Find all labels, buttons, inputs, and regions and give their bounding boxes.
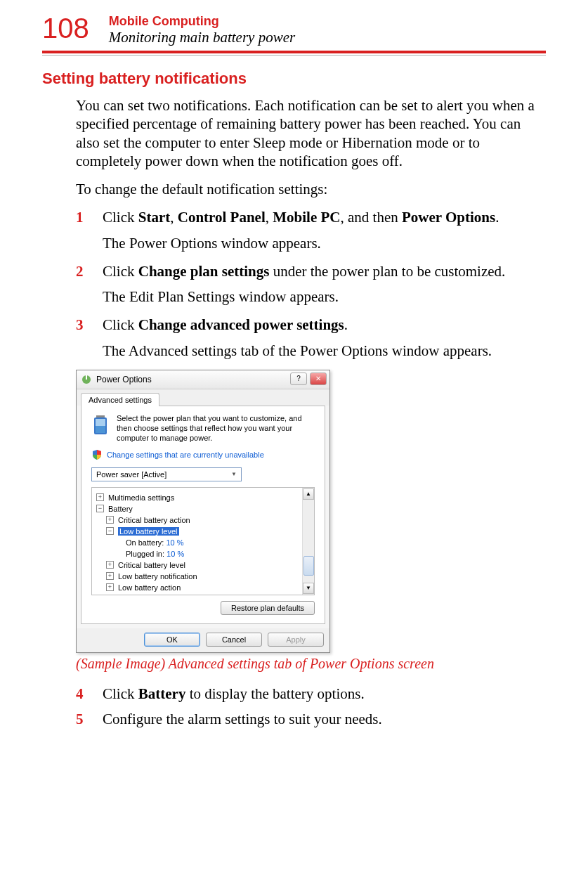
collapse-icon[interactable]: − bbox=[106, 527, 114, 535]
power-options-dialog: Power Options ? ✕ Advanced settings bbox=[76, 370, 330, 653]
chapter-subtitle: Monitoring main battery power bbox=[109, 29, 295, 46]
tree-plugged-label: Plugged in: bbox=[126, 550, 164, 558]
chapter-title: Mobile Computing bbox=[109, 14, 295, 29]
step-number: 5 bbox=[76, 710, 103, 728]
step-number: 4 bbox=[76, 685, 103, 703]
page-header: 108 Mobile Computing Monitoring main bat… bbox=[42, 14, 546, 46]
step-number: 2 bbox=[76, 262, 103, 280]
combo-value: Power saver [Active] bbox=[96, 470, 166, 479]
divider-gray bbox=[42, 55, 546, 56]
tree-multimedia[interactable]: Multimedia settings bbox=[108, 493, 174, 502]
step-1-result: The Power Options window appears. bbox=[103, 234, 546, 252]
restore-defaults-button[interactable]: Restore plan defaults bbox=[221, 601, 315, 615]
step-2-result: The Edit Plan Settings window appears. bbox=[103, 287, 546, 306]
tree-scrollbar[interactable]: ▲ ▼ bbox=[302, 488, 314, 595]
svg-rect-1 bbox=[86, 375, 87, 380]
step-content: Configure the alarm settings to suit you… bbox=[103, 710, 546, 728]
intro-paragraph: You can set two notifications. Each noti… bbox=[76, 96, 546, 170]
dialog-titlebar: Power Options ? ✕ bbox=[77, 370, 329, 389]
collapse-icon[interactable]: − bbox=[96, 505, 104, 512]
power-icon bbox=[81, 374, 92, 385]
step-content: Click Battery to display the battery opt… bbox=[103, 685, 546, 703]
step-number: 3 bbox=[76, 316, 103, 334]
battery-icon bbox=[91, 413, 111, 444]
step-5: 5 Configure the alarm settings to suit y… bbox=[76, 710, 546, 728]
dialog-description: Select the power plan that you want to c… bbox=[117, 413, 315, 444]
section-title: Setting battery notifications bbox=[42, 70, 546, 88]
step-number: 1 bbox=[76, 208, 103, 226]
tab-panel: Select the power plan that you want to c… bbox=[81, 406, 325, 624]
step-4: 4 Click Battery to display the battery o… bbox=[76, 685, 546, 703]
step-content: Click Change advanced power settings. bbox=[103, 316, 546, 334]
expand-icon[interactable]: + bbox=[106, 572, 114, 580]
expand-icon[interactable]: + bbox=[106, 561, 114, 569]
scroll-up-icon[interactable]: ▲ bbox=[303, 488, 314, 500]
tree-critical-action[interactable]: Critical battery action bbox=[118, 516, 190, 524]
power-plan-combo[interactable]: Power saver [Active] ▼ bbox=[91, 467, 242, 481]
tree-low-battery-level[interactable]: Low battery level bbox=[118, 527, 179, 536]
power-options-dialog-image: Power Options ? ✕ Advanced settings bbox=[76, 370, 546, 653]
tree-on-battery-label: On battery: bbox=[126, 538, 164, 547]
help-button[interactable]: ? bbox=[290, 373, 307, 385]
cancel-button[interactable]: Cancel bbox=[206, 633, 262, 647]
shield-icon bbox=[91, 449, 103, 460]
apply-button[interactable]: Apply bbox=[268, 633, 324, 647]
tab-row: Advanced settings bbox=[77, 389, 329, 406]
dialog-button-row: OK Cancel Apply bbox=[77, 628, 329, 652]
expand-icon[interactable]: + bbox=[96, 493, 104, 501]
lead-in-text: To change the default notification setti… bbox=[76, 180, 546, 198]
page-number: 108 bbox=[42, 14, 89, 42]
chevron-down-icon: ▼ bbox=[231, 471, 237, 477]
step-content: Click Start, Control Panel, Mobile PC, a… bbox=[103, 208, 546, 226]
settings-tree[interactable]: ▲ ▼ +Multimedia settings −Battery +Criti… bbox=[91, 487, 315, 595]
expand-icon[interactable]: + bbox=[106, 516, 114, 524]
image-caption: (Sample Image) Advanced settings tab of … bbox=[76, 656, 546, 672]
scroll-down-icon[interactable]: ▼ bbox=[303, 583, 314, 594]
dialog-title: Power Options bbox=[96, 375, 152, 384]
ok-button[interactable]: OK bbox=[144, 633, 200, 647]
tree-critical-level[interactable]: Critical battery level bbox=[118, 561, 185, 569]
tree-on-battery-value[interactable]: 10 % bbox=[166, 538, 183, 547]
close-button[interactable]: ✕ bbox=[310, 373, 327, 385]
tree-plugged-value[interactable]: 10 % bbox=[166, 550, 184, 558]
step-3: 3 Click Change advanced power settings. bbox=[76, 316, 546, 334]
step-2: 2 Click Change plan settings under the p… bbox=[76, 262, 546, 280]
tree-low-notification[interactable]: Low battery notification bbox=[118, 572, 197, 581]
step-3-result: The Advanced settings tab of the Power O… bbox=[103, 342, 546, 360]
step-1: 1 Click Start, Control Panel, Mobile PC,… bbox=[76, 208, 546, 226]
tree-battery[interactable]: Battery bbox=[108, 505, 133, 513]
scroll-thumb[interactable] bbox=[303, 556, 314, 576]
tree-low-action[interactable]: Low battery action bbox=[118, 583, 181, 592]
svg-rect-5 bbox=[96, 426, 105, 433]
tab-advanced-settings[interactable]: Advanced settings bbox=[81, 393, 159, 406]
divider-red bbox=[42, 51, 546, 53]
uac-link[interactable]: Change settings that are currently unava… bbox=[107, 451, 264, 459]
step-content: Click Change plan settings under the pow… bbox=[103, 262, 546, 280]
expand-icon[interactable]: + bbox=[106, 583, 114, 591]
